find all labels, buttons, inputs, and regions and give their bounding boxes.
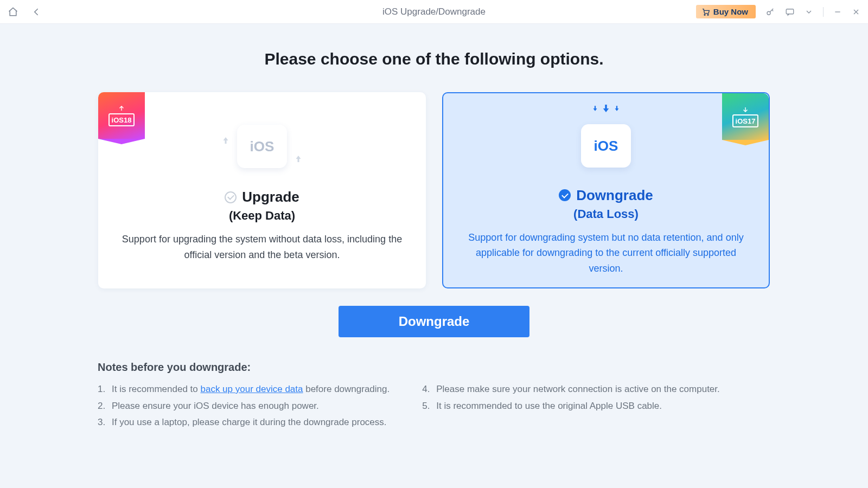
downgrade-ribbon-label: iOS17 (732, 114, 758, 127)
separator (823, 7, 824, 17)
close-icon[interactable] (852, 8, 860, 16)
downgrade-description: Support for downgrading system but no da… (458, 230, 754, 277)
back-icon[interactable] (31, 7, 42, 17)
buy-now-button[interactable]: Buy Now (696, 5, 756, 18)
backup-link[interactable]: back up your device data (200, 384, 303, 394)
main-content: Please choose one of the following optio… (0, 24, 868, 431)
buy-now-label: Buy Now (713, 7, 748, 16)
arrow-up-icon (293, 154, 303, 166)
titlebar: iOS Upgrade/Downgrade Buy Now (0, 0, 868, 24)
downgrade-title: Downgrade (576, 187, 653, 204)
unchecked-icon (225, 191, 237, 203)
arrow-up-icon (221, 136, 231, 147)
notes-title: Notes before you downgrade: (98, 361, 770, 374)
note-item: 3.If you use a laptop, please charge it … (98, 414, 390, 431)
svg-point-1 (707, 14, 709, 15)
upgrade-description: Support for upgrading the system without… (113, 232, 411, 263)
upgrade-subtitle: (Keep Data) (229, 209, 295, 223)
upgrade-title: Upgrade (242, 189, 299, 206)
note-item: 1. It is recommended to back up your dev… (98, 381, 390, 398)
upgrade-ribbon-label: iOS18 (108, 113, 135, 126)
downgrade-illus-text: iOS (594, 138, 618, 155)
notes-section: Notes before you downgrade: 1. It is rec… (98, 361, 770, 431)
downgrade-ribbon: iOS17 (722, 93, 769, 140)
arrows-down-icon (591, 105, 621, 112)
downgrade-illustration: iOS (581, 115, 631, 177)
downgrade-subtitle: (Data Loss) (573, 207, 639, 221)
key-icon[interactable] (765, 7, 775, 17)
feedback-icon[interactable] (785, 7, 795, 17)
note-item: 4.Please make sure your network connecti… (422, 381, 720, 398)
upgrade-illus-text: iOS (250, 138, 275, 155)
chevron-down-icon[interactable] (805, 8, 813, 16)
minimize-icon[interactable] (833, 8, 842, 16)
downgrade-card[interactable]: iOS17 iOS Downgrade (Data Loss) Support … (442, 92, 770, 288)
page-heading: Please choose one of the following optio… (264, 50, 603, 68)
notes-list-right: 4.Please make sure your network connecti… (422, 381, 720, 431)
option-cards: iOS18 iOS Upgrade (Keep Data) Support fo… (98, 92, 770, 288)
upgrade-ribbon: iOS18 (98, 92, 145, 139)
svg-point-2 (767, 11, 770, 15)
upgrade-illustration: iOS (237, 114, 287, 179)
upgrade-card[interactable]: iOS18 iOS Upgrade (Keep Data) Support fo… (98, 92, 426, 288)
note-item: 5.It is recommended to use the original … (422, 398, 720, 415)
downgrade-button[interactable]: Downgrade (339, 306, 529, 337)
svg-point-0 (704, 14, 705, 15)
notes-list-left: 1. It is recommended to back up your dev… (98, 381, 390, 431)
note-item: 2.Please ensure your iOS device has enou… (98, 398, 390, 415)
home-icon[interactable] (8, 7, 18, 17)
window-title: iOS Upgrade/Downgrade (382, 7, 486, 17)
checked-icon (559, 189, 571, 201)
